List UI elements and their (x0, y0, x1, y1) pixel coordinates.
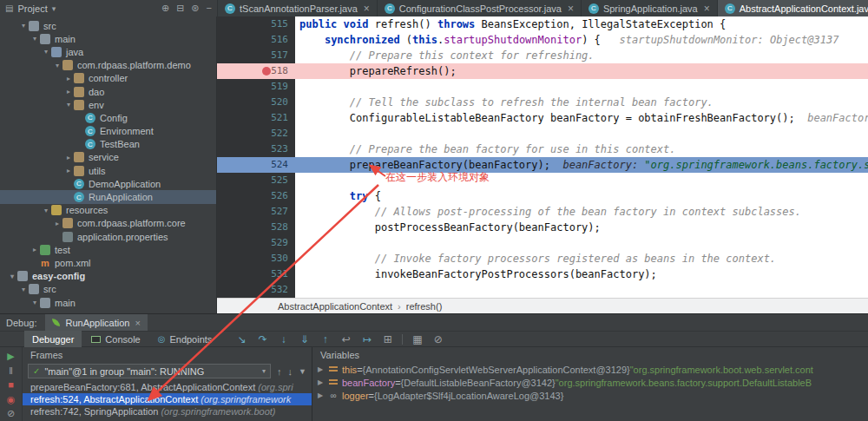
chevron-down-icon[interactable]: ▾ (41, 48, 51, 56)
code-line[interactable]: 525 (217, 173, 868, 188)
run-configuration-tab[interactable]: RunApplication × (45, 314, 147, 331)
close-icon[interactable]: × (704, 3, 710, 15)
code-line[interactable]: 522 (217, 126, 868, 141)
gutter-line-number[interactable]: 516 (217, 32, 295, 48)
gutter-line-number[interactable]: 526 (217, 188, 295, 204)
stop-icon[interactable]: ■ (4, 379, 17, 392)
code-line[interactable]: 519 (217, 79, 868, 95)
gutter-line-number[interactable]: 528 (217, 220, 295, 235)
sidebar-item-main[interactable]: ▾main (0, 296, 216, 309)
code-line[interactable]: 524 prepareBeanFactory(beanFactory); bea… (217, 157, 868, 173)
code-line[interactable]: 521 ConfigurableListableBeanFactory bean… (217, 110, 868, 126)
gutter-line-number[interactable]: 523 (217, 141, 295, 157)
chevron-right-icon[interactable]: ▸ (63, 154, 74, 161)
sidebar-item-java[interactable]: ▾java (0, 45, 216, 58)
tab-debugger[interactable]: Debugger (24, 331, 82, 347)
chevron-right-icon[interactable]: ▸ (63, 75, 74, 82)
sidebar-item-application-properties[interactable]: application.properties (0, 230, 216, 243)
chevron-down-icon[interactable]: ▾ (52, 4, 56, 13)
chevron-right-icon[interactable]: ▸ (63, 88, 74, 95)
sidebar-item-demoapplication[interactable]: CDemoApplication (0, 177, 216, 190)
chevron-right-icon[interactable]: ▸ (63, 167, 74, 174)
locate-icon[interactable]: ⊕ (161, 3, 169, 14)
code-line[interactable]: 528 postProcessBeanFactory(beanFactory); (217, 220, 868, 235)
layout-settings-icon[interactable]: ▦ (411, 333, 424, 345)
code-line[interactable]: 520 // Tell the subclass to refresh the … (217, 95, 868, 110)
force-step-into-icon[interactable]: ⇓ (298, 333, 311, 345)
sidebar-item-com-rdpaas-platform-core[interactable]: ▸com.rdpaas.platform.core (0, 217, 216, 230)
stack-frame-row[interactable]: refresh:524, AbstractApplicationContext … (23, 393, 312, 405)
sidebar-item-src[interactable]: ▾src (0, 283, 216, 296)
gutter-line-number[interactable]: 518 (217, 63, 295, 79)
gutter-line-number[interactable]: 524 (217, 157, 295, 173)
code-line[interactable]: 526 try { (217, 188, 868, 204)
chevron-right-icon[interactable]: ▶ (318, 365, 328, 373)
view-breakpoints-icon[interactable]: ◉ (4, 394, 17, 407)
mute-breakpoints-icon[interactable]: ⊘ (4, 408, 17, 421)
mute-breakpoints-icon[interactable]: ⊘ (431, 333, 444, 345)
editor-tab[interactable]: CAbstractApplicationContext.java× (718, 0, 868, 16)
gutter-line-number[interactable]: 520 (217, 95, 295, 110)
thread-selector[interactable]: ✓ "main"@1 in group "main": RUNNING ▾ (28, 364, 271, 378)
editor-tab[interactable]: CConfigurationClassPostProcessor.java× (378, 0, 582, 16)
chevron-down-icon[interactable]: ▾ (7, 273, 17, 280)
chevron-down-icon[interactable]: ▾ (41, 207, 51, 214)
gutter-line-number[interactable]: 519 (217, 79, 295, 95)
chevron-right-icon[interactable]: ▸ (30, 246, 40, 253)
sidebar-item-pom-xml[interactable]: mpom.xml (0, 256, 216, 269)
filter-icon[interactable]: ▼ (299, 367, 306, 376)
sidebar-item-runapplication[interactable]: CRunApplication (0, 190, 216, 203)
run-to-cursor-icon[interactable]: ↦ (360, 333, 373, 345)
close-icon[interactable]: × (364, 3, 370, 15)
code-line[interactable]: 530 // Invoke factory processors registe… (217, 251, 868, 266)
code-line[interactable]: 527 // Allows post-processing of the bea… (217, 204, 868, 220)
variable-row[interactable]: ▶this = {AnnotationConfigServletWebServe… (312, 363, 868, 376)
sidebar-item-resources[interactable]: ▾resources (0, 204, 216, 217)
sidebar-item-com-rdpaas-platform-demo[interactable]: ▾com.rdpaas.platform.demo (0, 59, 216, 72)
variable-row[interactable]: ▶beanFactory = {DefaultListableBeanFacto… (312, 376, 868, 389)
project-panel-title[interactable]: Project (17, 3, 47, 14)
sidebar-item-config[interactable]: CConfig (0, 111, 216, 124)
sidebar-item-controller[interactable]: ▸controller (0, 72, 216, 85)
previous-frame-icon[interactable]: ↑ (277, 366, 282, 377)
gutter-line-number[interactable]: 531 (217, 266, 295, 282)
chevron-down-icon[interactable]: ▾ (52, 62, 62, 69)
sidebar-item-testbean[interactable]: CTestBean (0, 138, 216, 151)
code-line[interactable]: 518 prepareRefresh(); (217, 63, 868, 79)
chevron-down-icon[interactable]: ▾ (63, 101, 74, 109)
chevron-down-icon[interactable]: ▾ (30, 299, 40, 306)
resume-icon[interactable]: ▶ (4, 351, 17, 364)
sidebar-item-test[interactable]: ▸test (0, 243, 216, 256)
breakpoint-icon[interactable] (262, 67, 271, 76)
variable-row[interactable]: ▶∞logger = {LogAdapter$Slf4jLocationAwar… (312, 389, 868, 402)
step-out-icon[interactable]: ↑ (319, 333, 332, 345)
settings-icon[interactable]: ⊛ (191, 3, 199, 14)
code-line[interactable]: 529 (217, 235, 868, 251)
gutter-line-number[interactable]: 522 (217, 126, 295, 141)
sidebar-item-utils[interactable]: ▸utils (0, 164, 216, 177)
chevron-down-icon[interactable]: ▾ (18, 22, 29, 30)
chevron-right-icon[interactable]: ▶ (318, 391, 328, 399)
breadcrumb-class[interactable]: AbstractApplicationContext (278, 301, 392, 312)
tab-console[interactable]: Console (83, 331, 148, 347)
code-line[interactable]: 516 synchronized (this.startupShutdownMo… (217, 32, 868, 48)
chevron-right-icon[interactable]: ▸ (52, 220, 62, 227)
evaluate-expression-icon[interactable]: ⊞ (381, 333, 394, 345)
sidebar-item-environment[interactable]: CEnvironment (0, 125, 216, 138)
collapse-all-icon[interactable]: ⊟ (176, 3, 184, 14)
gutter-line-number[interactable]: 525 (217, 173, 295, 188)
hide-icon[interactable]: − (207, 3, 212, 14)
sidebar-item-service[interactable]: ▸service (0, 151, 216, 164)
stack-frame-row[interactable]: refresh:742, SpringApplication (org.spri… (23, 405, 312, 418)
chevron-down-icon[interactable]: ▾ (30, 35, 40, 43)
gutter-line-number[interactable]: 530 (217, 251, 295, 266)
gutter-line-number[interactable]: 517 (217, 48, 295, 63)
sidebar-item-main[interactable]: ▾main (0, 32, 216, 45)
sidebar-item-dao[interactable]: ▸dao (0, 85, 216, 98)
close-icon[interactable]: × (568, 3, 574, 15)
gutter-line-number[interactable]: 521 (217, 110, 295, 126)
gutter-line-number[interactable]: 532 (217, 282, 295, 298)
editor-tab[interactable]: CtScanAnnotationParser.java× (218, 0, 378, 16)
close-icon[interactable]: × (135, 318, 140, 328)
gutter-line-number[interactable]: 527 (217, 204, 295, 220)
